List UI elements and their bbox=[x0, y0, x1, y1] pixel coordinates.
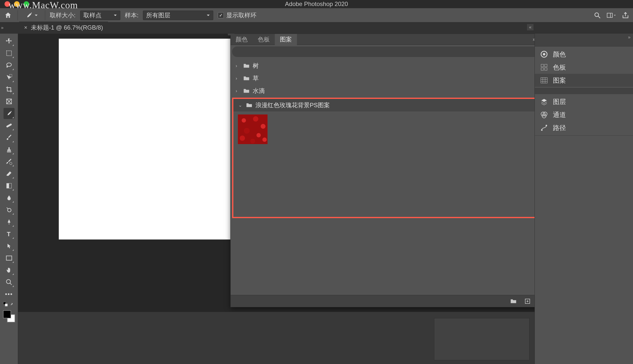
folder-icon bbox=[243, 63, 250, 69]
drop-icon bbox=[6, 194, 12, 201]
rectangle-tool[interactable] bbox=[4, 253, 15, 264]
folder-tree-item-expanded[interactable]: ⌄ 浪漫红色玫瑰花背景PS图案 bbox=[233, 99, 535, 111]
hand-tool[interactable] bbox=[4, 265, 15, 276]
folder-label: 水滴 bbox=[253, 87, 265, 95]
tab-color[interactable]: 颜色 bbox=[231, 34, 253, 45]
color-swatches[interactable] bbox=[3, 310, 15, 322]
healing-brush-tool[interactable] bbox=[4, 120, 15, 131]
clone-stamp-tool[interactable] bbox=[4, 144, 15, 155]
move-tool[interactable] bbox=[4, 36, 15, 47]
dock-item-color[interactable]: 颜色 bbox=[535, 48, 633, 61]
home-button[interactable] bbox=[3, 10, 13, 20]
svg-rect-12 bbox=[7, 183, 9, 188]
foreground-color-swatch[interactable] bbox=[3, 310, 11, 318]
brush-tool[interactable] bbox=[4, 132, 15, 143]
options-bar: 取样大小: 取样点 样本: 所有图层 ✓ 显示取样环 bbox=[0, 8, 633, 22]
panel-collapse-left[interactable]: « bbox=[228, 34, 234, 35]
dock-item-patterns[interactable]: 图案 bbox=[535, 74, 633, 87]
window-controls bbox=[0, 1, 29, 7]
rectangle-icon bbox=[6, 255, 12, 261]
current-tool-indicator[interactable] bbox=[22, 10, 40, 20]
type-tool[interactable]: T bbox=[4, 228, 15, 239]
close-tab-icon[interactable]: × bbox=[24, 24, 27, 31]
pen-tool[interactable] bbox=[4, 216, 15, 227]
pattern-search-input[interactable] bbox=[232, 46, 535, 57]
frame-tool[interactable] bbox=[4, 96, 15, 107]
crop-tool[interactable] bbox=[4, 84, 15, 95]
chevron-down-icon bbox=[614, 14, 616, 17]
pattern-thumbnail[interactable] bbox=[238, 114, 268, 144]
quick-select-tool[interactable] bbox=[4, 72, 15, 83]
close-window-button[interactable] bbox=[5, 1, 10, 7]
zoom-tool[interactable] bbox=[4, 277, 15, 288]
checkbox-checked-icon: ✓ bbox=[218, 12, 224, 18]
dock-item-channels[interactable]: 通道 bbox=[535, 108, 633, 121]
sample-select[interactable]: 所有图层 bbox=[143, 11, 213, 20]
right-dock: » 颜色 色板 图案 bbox=[535, 34, 633, 364]
dock-group-header[interactable] bbox=[535, 88, 633, 94]
dock-collapse-button[interactable]: » bbox=[535, 34, 633, 41]
sample-size-select[interactable]: 取样点 bbox=[80, 11, 120, 20]
new-folder-button[interactable] bbox=[510, 298, 517, 305]
blur-tool[interactable] bbox=[4, 192, 15, 203]
document-tab[interactable]: × 未标题-1 @ 66.7%(RGB/8) bbox=[19, 22, 108, 34]
history-brush-tool[interactable] bbox=[4, 156, 15, 167]
show-sampling-ring-checkbox[interactable]: ✓ 显示取样环 bbox=[218, 11, 256, 19]
pen-icon bbox=[6, 218, 12, 225]
lasso-tool[interactable] bbox=[4, 60, 15, 71]
ellipsis-icon: ••• bbox=[5, 291, 13, 298]
toolbar-expand-icon[interactable]: » bbox=[1, 25, 4, 30]
search-icon bbox=[594, 12, 601, 19]
dock-group-header[interactable] bbox=[535, 41, 633, 47]
properties-mini-panel[interactable] bbox=[434, 318, 530, 360]
folder-tree-item[interactable]: › 草 bbox=[231, 72, 535, 85]
sample-size-label: 取样大小: bbox=[50, 11, 76, 19]
color-wheel-icon bbox=[540, 50, 548, 58]
folder-label: 树 bbox=[253, 62, 259, 70]
folder-tree-item[interactable]: › 树 bbox=[231, 59, 535, 72]
channels-icon bbox=[540, 110, 548, 119]
dock-item-label: 图案 bbox=[553, 76, 566, 85]
paths-icon bbox=[540, 124, 548, 132]
zoom-icon bbox=[6, 279, 13, 286]
caret-right-icon: › bbox=[236, 88, 240, 94]
path-select-tool[interactable] bbox=[4, 240, 15, 252]
arrow-cursor-icon bbox=[6, 242, 12, 250]
minimize-window-button[interactable] bbox=[14, 1, 20, 7]
dodge-tool[interactable] bbox=[4, 204, 15, 215]
search-button[interactable] bbox=[593, 11, 602, 20]
default-colors-icon[interactable] bbox=[3, 302, 8, 307]
show-ring-label: 显示取样环 bbox=[226, 11, 256, 19]
workspace-switcher[interactable] bbox=[607, 11, 616, 20]
svg-rect-30 bbox=[545, 64, 547, 67]
plus-square-icon bbox=[524, 298, 531, 304]
eyedropper-tool[interactable] bbox=[4, 108, 15, 119]
folder-label: 浪漫红色玫瑰花背景PS图案 bbox=[255, 101, 330, 109]
folder-icon bbox=[243, 88, 250, 94]
panel-expand-icon[interactable]: » bbox=[533, 36, 535, 42]
dock-item-swatches[interactable]: 色板 bbox=[535, 61, 633, 74]
dock-item-layers[interactable]: 图层 bbox=[535, 95, 633, 108]
tab-swatches[interactable]: 色板 bbox=[253, 34, 275, 45]
swatches-grid-icon bbox=[540, 63, 548, 72]
maximize-window-button[interactable] bbox=[24, 1, 29, 7]
swap-colors-icon[interactable] bbox=[10, 302, 15, 307]
folder-tree-item[interactable]: › 水滴 bbox=[231, 85, 535, 97]
rose-pattern-preview bbox=[238, 114, 268, 144]
panel-collapse-right[interactable]: « bbox=[527, 24, 534, 30]
marquee-tool[interactable] bbox=[4, 48, 15, 59]
svg-rect-32 bbox=[545, 68, 547, 70]
folder-icon bbox=[246, 102, 252, 108]
share-button[interactable] bbox=[621, 11, 630, 20]
svg-line-14 bbox=[7, 208, 8, 209]
canvas-area[interactable]: « 颜色 色板 图案 » | › 树 › bbox=[18, 34, 535, 364]
eraser-tool[interactable] bbox=[4, 168, 15, 179]
tab-patterns[interactable]: 图案 bbox=[275, 34, 297, 45]
edit-toolbar[interactable]: ••• bbox=[4, 289, 15, 300]
dock-item-paths[interactable]: 路径 bbox=[535, 121, 633, 134]
gradient-icon bbox=[6, 183, 12, 189]
sample-value: 所有图层 bbox=[146, 11, 170, 19]
new-pattern-button[interactable] bbox=[524, 298, 531, 305]
frame-icon bbox=[6, 98, 12, 105]
gradient-tool[interactable] bbox=[4, 180, 15, 191]
